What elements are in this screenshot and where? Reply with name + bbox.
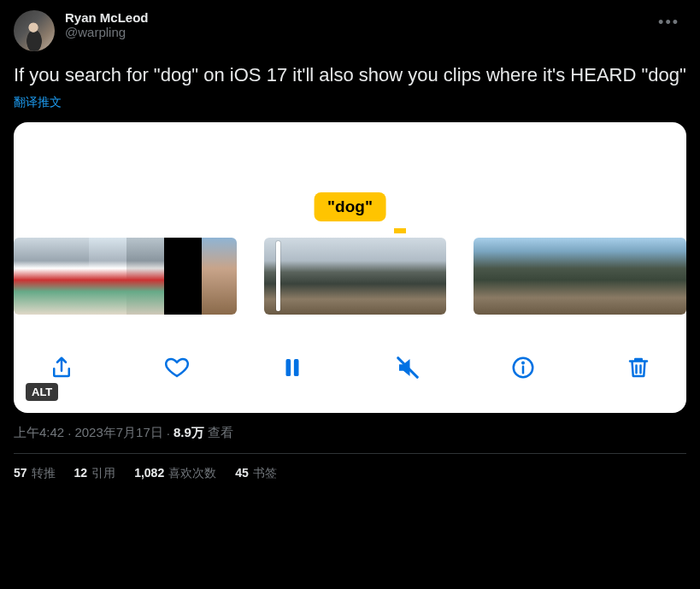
clip-thumbnail: [310, 238, 356, 315]
clip-thumbnail: [164, 238, 202, 315]
info-icon[interactable]: [509, 354, 537, 381]
meta-sep: ·: [68, 426, 71, 440]
clip-thumbnail: [202, 238, 237, 315]
svg-rect-0: [286, 359, 291, 376]
playhead[interactable]: [276, 241, 280, 311]
clip-thumbnail: [509, 238, 545, 315]
retweets-stat[interactable]: 57 转推: [14, 466, 56, 481]
divider: [14, 453, 686, 454]
share-icon[interactable]: [48, 354, 75, 381]
quotes-stat[interactable]: 12 引用: [74, 466, 116, 481]
svg-point-5: [522, 362, 524, 363]
stat-count: 57: [14, 466, 27, 481]
clip-thumbnail: [474, 238, 509, 315]
pause-icon[interactable]: [279, 354, 306, 381]
search-term-tooltip: "dog": [314, 192, 386, 221]
likes-stat[interactable]: 1,082 喜欢次数: [134, 466, 216, 481]
meta-sep: ·: [167, 426, 170, 440]
clip-group[interactable]: [264, 238, 446, 315]
svg-rect-1: [294, 359, 299, 376]
trash-icon[interactable]: [625, 354, 652, 381]
views-count: 8.9万: [174, 425, 204, 441]
clip-thumbnail: [126, 238, 164, 315]
tweet-meta: 上午4:42 · 2023年7月17日 · 8.9万 查看: [14, 425, 686, 441]
media-card[interactable]: "dog": [14, 122, 686, 413]
heart-icon[interactable]: [163, 354, 191, 381]
views-label: 查看: [208, 425, 233, 441]
media-toolbar: [14, 346, 686, 389]
clip-thumbnail: [264, 238, 310, 315]
stat-count: 1,082: [134, 466, 164, 481]
clip-thumbnail: [545, 238, 581, 315]
clip-thumbnail: [653, 238, 686, 315]
stat-count: 45: [235, 466, 249, 481]
bookmarks-stat[interactable]: 45 书签: [235, 466, 277, 481]
avatar[interactable]: [14, 10, 55, 51]
name-block[interactable]: Ryan McLeod @warpling: [65, 10, 641, 39]
clip-thumbnail: [403, 238, 446, 315]
video-timeline[interactable]: [14, 238, 686, 315]
clip-group[interactable]: [14, 238, 237, 315]
display-name: Ryan McLeod: [65, 10, 641, 25]
tweet-stats: 57 转推 12 引用 1,082 喜欢次数 45 书签: [14, 466, 686, 481]
clip-thumbnail: [356, 238, 403, 315]
stat-count: 12: [74, 466, 88, 481]
time[interactable]: 上午4:42: [14, 425, 64, 441]
stat-label: 喜欢次数: [168, 466, 216, 481]
clip-thumbnail: [617, 238, 653, 315]
alt-badge[interactable]: ALT: [26, 383, 58, 401]
stat-label: 转推: [32, 466, 56, 481]
tweet-header: Ryan McLeod @warpling •••: [14, 10, 686, 51]
clip-thumbnail: [51, 238, 89, 315]
clip-thumbnail: [14, 238, 51, 315]
mute-icon[interactable]: [394, 354, 421, 381]
more-options-button[interactable]: •••: [651, 10, 686, 35]
clip-thumbnail: [89, 238, 126, 315]
stat-label: 引用: [91, 466, 115, 481]
clip-thumbnail: [581, 238, 617, 315]
translate-link[interactable]: 翻译推文: [14, 95, 686, 110]
timeline-marker: [394, 228, 406, 233]
date[interactable]: 2023年7月17日: [74, 425, 162, 441]
handle: @warpling: [65, 25, 641, 39]
stat-label: 书签: [253, 466, 277, 481]
tweet-text: If you search for "dog" on iOS 17 it'll …: [14, 63, 686, 88]
clip-group[interactable]: [474, 238, 686, 315]
